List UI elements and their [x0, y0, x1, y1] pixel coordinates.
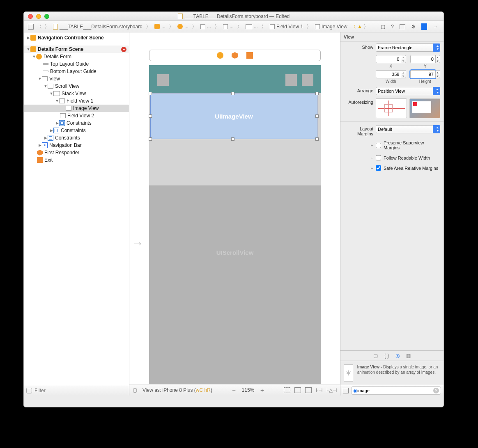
warning-icon[interactable]: ▲: [357, 23, 363, 30]
resize-handle[interactable]: [149, 137, 152, 141]
exit-dock-icon[interactable]: [246, 52, 253, 59]
quick-help-tab[interactable]: ?: [391, 24, 394, 30]
preserve-margins-checkbox[interactable]: [376, 143, 381, 148]
outline-stack-view[interactable]: ▼ Stack View: [24, 90, 129, 97]
crumb-field[interactable]: Field View 1: [268, 24, 305, 30]
outline-constraints-3[interactable]: ▶ Constraints: [24, 134, 129, 142]
outline-first-responder[interactable]: First Responder: [24, 149, 129, 156]
outline-scroll-view[interactable]: ▼ Scroll View: [24, 82, 129, 90]
object-library-tab[interactable]: ◎: [395, 353, 400, 359]
add-variant-button[interactable]: +: [344, 166, 373, 171]
related-items-button[interactable]: [26, 23, 35, 30]
outline-field-view-1[interactable]: ▼ Field View 1: [24, 97, 129, 105]
outline-details-scene[interactable]: ▼ Details Form Scene –: [24, 46, 129, 53]
crumb-4[interactable]: ...: [221, 24, 236, 30]
nav-back-button[interactable]: 〈: [35, 23, 43, 30]
storyboard-file-icon: [53, 24, 58, 30]
width-stepper[interactable]: ▴▾: [401, 70, 406, 78]
resize-handle[interactable]: [231, 137, 234, 141]
xcode-window: ___TABLE___DetailsForm.storyboard — Edit…: [23, 11, 444, 407]
file-template-tab[interactable]: ▢: [373, 353, 378, 359]
issues-back[interactable]: 〈: [349, 23, 357, 30]
crumb-file[interactable]: ___TABLE___DetailsForm.storyboard: [51, 24, 145, 30]
safe-area-label: Safe Area Relative Margins: [384, 166, 438, 171]
outline-field-view-2[interactable]: Field View 2: [24, 112, 129, 119]
scene-dock[interactable]: [149, 50, 321, 61]
canvas-nav-bar[interactable]: [149, 65, 321, 93]
search-scope-icon[interactable]: ◉: [353, 388, 357, 393]
resize-handle[interactable]: [231, 92, 234, 95]
outline-details-form[interactable]: ▼ Details Form: [24, 53, 129, 60]
crumb-1[interactable]: ...: [152, 24, 168, 30]
add-constraints-button[interactable]: ⊦⊣: [316, 387, 322, 393]
canvas[interactable]: →: [129, 32, 340, 384]
connections-inspector-tab[interactable]: →: [433, 24, 438, 30]
zoom-out-button[interactable]: −: [230, 386, 238, 393]
library-grid-toggle[interactable]: [343, 388, 349, 393]
filter-icon[interactable]: [26, 388, 32, 393]
embed-in-button[interactable]: [294, 387, 301, 393]
outline-navigation-bar[interactable]: ▶ < Navigation Bar: [24, 142, 129, 149]
crumb-3[interactable]: ...: [198, 24, 213, 30]
safe-area-checkbox[interactable]: [376, 165, 381, 171]
crumb-image[interactable]: Image View: [313, 24, 349, 30]
update-frames-button[interactable]: [284, 387, 290, 393]
clear-search-button[interactable]: ✕: [433, 388, 439, 393]
outline-exit[interactable]: Exit: [24, 156, 129, 164]
resize-handle[interactable]: [315, 137, 319, 141]
zoom-level[interactable]: 115%: [242, 387, 255, 393]
align-button[interactable]: [305, 387, 312, 393]
size-inspector-tab[interactable]: [421, 23, 427, 30]
viewcontroller-dock-icon[interactable]: [217, 52, 223, 59]
readable-width-checkbox[interactable]: [376, 155, 381, 160]
outline-top-guide[interactable]: Top Layout Guide: [24, 60, 129, 68]
resize-handle[interactable]: [315, 114, 319, 118]
outline-bottom-guide[interactable]: Bottom Layout Guide: [24, 68, 129, 75]
layout-margins-select[interactable]: Default: [376, 125, 440, 133]
canvas-scroll-view[interactable]: UIImageView UIScro: [149, 93, 321, 384]
resize-handle[interactable]: [149, 92, 152, 95]
autoresizing-control[interactable]: [376, 98, 407, 118]
device-frame: UIImageView UIScro: [149, 65, 321, 384]
imageview-icon: [66, 106, 71, 111]
outline-navigation-scene[interactable]: ▶ Navigation Controller Scene: [24, 34, 129, 41]
show-select[interactable]: Frame Rectangle: [376, 43, 440, 52]
width-input[interactable]: [376, 70, 401, 78]
height-input[interactable]: [410, 70, 436, 78]
device-config-button[interactable]: ▢: [133, 387, 138, 393]
add-variant-button[interactable]: +: [344, 143, 373, 148]
y-stepper[interactable]: ▴▾: [436, 55, 440, 63]
outline-filter-input[interactable]: [34, 388, 126, 393]
crumb-5[interactable]: ...: [244, 24, 260, 30]
resize-handle[interactable]: [149, 114, 152, 118]
outline-constraints-2[interactable]: ▶ Constraints: [24, 127, 129, 134]
nav-forward-button[interactable]: 〉: [43, 23, 51, 30]
issues-forward[interactable]: 〉: [362, 23, 370, 30]
outline-image-view[interactable]: Image View: [24, 105, 129, 112]
identity-inspector-tab[interactable]: [400, 24, 405, 29]
arrange-select[interactable]: Position View: [376, 87, 440, 95]
canvas-field-view-1[interactable]: UIImageView: [149, 93, 321, 185]
view-as-label[interactable]: View as: iPhone 8 Plus (wC hR): [142, 387, 212, 393]
add-variant-button[interactable]: +: [344, 155, 373, 160]
resolve-issues-button[interactable]: ⊦△⊣: [326, 387, 337, 393]
x-input[interactable]: [376, 55, 401, 63]
first-responder-dock-icon[interactable]: [232, 52, 238, 59]
height-stepper[interactable]: ▴▾: [436, 70, 440, 78]
canvas-image-view[interactable]: UIImageView: [150, 94, 317, 139]
file-inspector-tab[interactable]: ▢: [381, 24, 385, 30]
storyboard-file-icon: [178, 14, 183, 19]
crumb-2[interactable]: ...: [175, 24, 191, 30]
media-library-tab[interactable]: ▥: [406, 353, 411, 359]
outline-view[interactable]: ▼ View: [24, 75, 129, 82]
attributes-inspector-tab[interactable]: ⚙: [411, 24, 416, 30]
code-snippet-tab[interactable]: { }: [384, 353, 389, 359]
resize-handle[interactable]: [315, 92, 319, 95]
zoom-in-button[interactable]: +: [258, 386, 266, 393]
y-input[interactable]: [410, 55, 436, 63]
error-indicator-icon[interactable]: –: [121, 47, 126, 52]
library-item-image-view[interactable]: ✶ Image View - Displays a single image, …: [340, 361, 444, 385]
library-search-input[interactable]: [357, 388, 433, 393]
x-stepper[interactable]: ▴▾: [401, 55, 406, 63]
outline-constraints-1[interactable]: ▶ Constraints: [24, 119, 129, 127]
